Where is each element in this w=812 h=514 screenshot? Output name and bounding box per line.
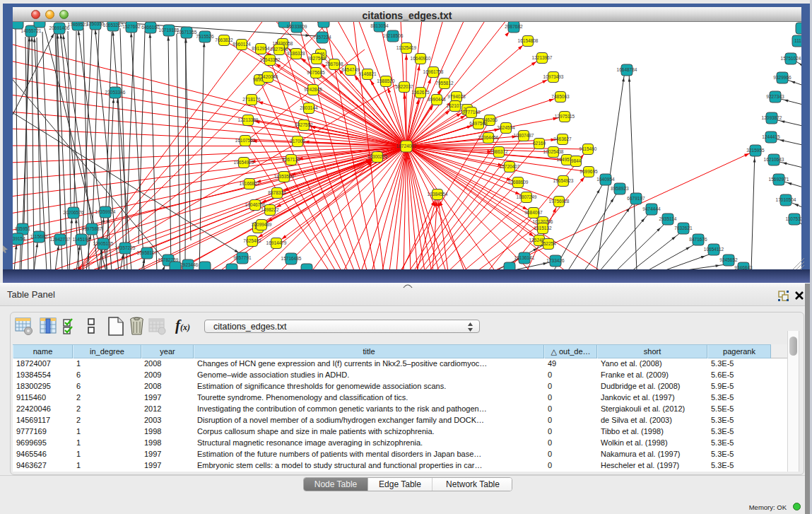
svg-text:10046756: 10046756 [245,202,266,207]
svg-text:8454749: 8454749 [341,67,360,72]
svg-text:9827508: 9827508 [307,56,326,61]
svg-text:8958923: 8958923 [611,186,629,191]
svg-text:18724007: 18724007 [396,144,417,148]
svg-text:1733426: 1733426 [546,258,565,263]
svg-text:6466160: 6466160 [141,25,160,30]
svg-text:8912954: 8912954 [252,46,270,51]
svg-text:17359924: 17359924 [95,209,116,214]
svg-text:8813054: 8813054 [370,23,389,28]
svg-text:1498222: 1498222 [261,207,279,212]
svg-text:16107552: 16107552 [235,138,256,143]
svg-text:19384554: 19384554 [428,192,448,197]
svg-text:5822037: 5822037 [395,84,413,89]
svg-text:19654923: 19654923 [553,178,574,183]
svg-text:1115682: 1115682 [30,234,48,239]
svg-text:11325419: 11325419 [396,45,417,50]
svg-text:23053346: 23053346 [105,90,126,95]
svg-text:6497568: 6497568 [469,121,488,126]
svg-text:9657791: 9657791 [233,255,252,260]
svg-text:1615132: 1615132 [534,226,552,230]
svg-text:7632621: 7632621 [674,226,693,230]
svg-text:16543382: 16543382 [260,57,281,62]
svg-text:12213967: 12213967 [532,55,553,60]
svg-text:1640954: 1640954 [596,177,615,182]
svg-text:9794028: 9794028 [447,94,466,99]
svg-text:939154: 939154 [13,236,25,241]
svg-text:18300275: 18300275 [367,154,388,159]
svg-text:14099489: 14099489 [252,222,272,227]
svg-text:10688609: 10688609 [508,180,529,185]
svg-text:12975115: 12975115 [555,114,575,119]
svg-text:12213389: 12213389 [238,117,259,122]
svg-text:9699695: 9699695 [579,169,598,174]
svg-text:8471676: 8471676 [689,237,707,242]
svg-text:1562615: 1562615 [411,90,430,95]
svg-text:11353594: 11353594 [274,174,295,179]
svg-text:8960124: 8960124 [233,42,251,47]
svg-text:2867608: 2867608 [325,62,343,66]
svg-text:8878334: 8878334 [268,190,286,195]
svg-text:10671355: 10671355 [177,30,197,35]
svg-text:3624554: 3624554 [497,125,515,130]
svg-text:12905135: 12905135 [93,241,114,246]
svg-text:15716485: 15716485 [281,256,302,261]
svg-text:10654112: 10654112 [704,247,724,252]
svg-text:20364456: 20364456 [478,135,499,140]
svg-text:8267130: 8267130 [282,157,300,162]
svg-text:14055721: 14055721 [21,28,42,33]
svg-text:16640910: 16640910 [411,56,431,61]
svg-text:99975887: 99975887 [82,226,102,231]
svg-text:7663822: 7663822 [215,37,233,42]
svg-text:8427552: 8427552 [295,122,313,127]
svg-text:15720407: 15720407 [500,164,520,169]
svg-text:16648784: 16648784 [617,67,637,72]
svg-text:20691406: 20691406 [49,25,70,30]
svg-text:9242848: 9242848 [304,87,322,92]
svg-text:16154808: 16154808 [518,38,539,43]
svg-text:7625402: 7625402 [243,238,261,243]
svg-text:3215955: 3215955 [746,148,765,153]
svg-text:9675685: 9675685 [307,70,325,75]
svg-text:16210643: 16210643 [764,157,784,162]
svg-text:9844: 9844 [571,158,582,163]
svg-text:19166827: 19166827 [240,181,260,186]
svg-text:1527602: 1527602 [122,24,141,29]
svg-text:1250355: 1250355 [86,22,105,26]
svg-text:17010504: 17010504 [776,197,796,202]
svg-text:8990448: 8990448 [428,97,446,102]
svg-text:10025438: 10025438 [543,149,564,154]
svg-text:2803144: 2803144 [300,105,318,110]
svg-text:17357225: 17357225 [115,245,136,250]
svg-text:1244415: 1244415 [762,134,780,139]
svg-text:252254: 252254 [541,241,556,246]
svg-text:835951: 835951 [15,226,30,231]
svg-text:62160: 62160 [533,141,546,146]
svg-text:6679197: 6679197 [627,196,645,201]
svg-text:9329966: 9329966 [773,75,792,80]
svg-text:19756928: 19756928 [549,199,570,204]
svg-text:7357224: 7357224 [313,35,331,40]
svg-text:9827500: 9827500 [270,47,288,52]
svg-text:10973493: 10973493 [543,74,564,79]
svg-text:7515526: 7515526 [196,34,214,39]
svg-text:19218506: 19218506 [383,33,404,38]
svg-text:9245652: 9245652 [719,257,738,262]
svg-text:9227343: 9227343 [766,94,784,99]
svg-text:15692971: 15692971 [769,177,789,182]
svg-text:9463627: 9463627 [553,136,572,141]
svg-text:9115460: 9115460 [579,146,597,151]
svg-text:10653267: 10653267 [103,23,124,28]
svg-text:16961758: 16961758 [423,69,444,74]
svg-text:9777169: 9777169 [462,110,481,115]
svg-text:7485063: 7485063 [551,94,570,99]
svg-text:18807249: 18807249 [517,194,537,199]
svg-text:17469523: 17469523 [68,22,88,27]
svg-text:22420046: 22420046 [258,74,278,79]
svg-text:2935114: 2935114 [659,216,677,221]
svg-text:217006: 217006 [290,139,305,144]
svg-text:111: 111 [794,38,801,43]
svg-text:16914479: 16914479 [266,240,287,245]
svg-text:16033809: 16033809 [287,24,307,29]
svg-text:10807487: 10807487 [514,133,534,138]
svg-text:8186328: 8186328 [287,51,305,56]
